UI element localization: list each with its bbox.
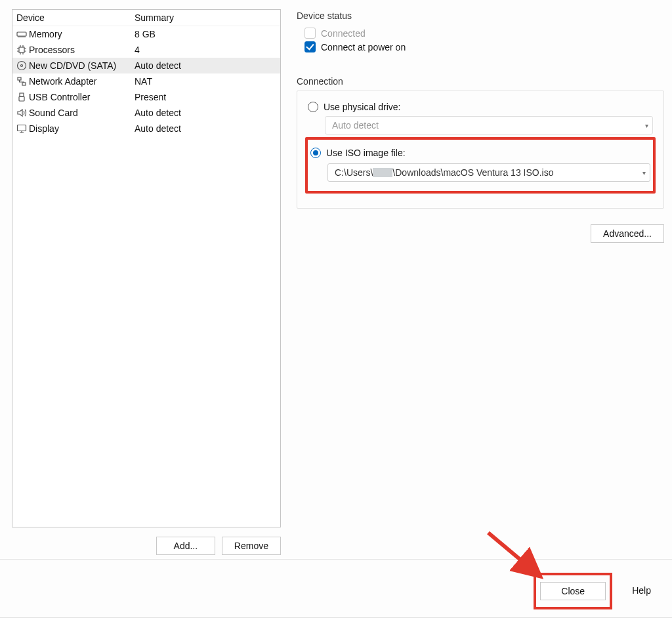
iso-path-value: C:\Users\\Downloads\macOS Ventura 13 ISO… xyxy=(335,167,553,178)
usb-icon xyxy=(16,92,27,102)
use-physical-radio-row[interactable]: Use physical drive: xyxy=(308,102,653,112)
device-label: USB Controller xyxy=(29,91,90,104)
advanced-button[interactable]: Advanced... xyxy=(591,224,664,243)
device-row-processors[interactable]: Processors 4 xyxy=(12,42,280,58)
device-label: New CD/DVD (SATA) xyxy=(29,59,116,72)
device-row-usb[interactable]: USB Controller Present xyxy=(12,89,280,105)
network-icon xyxy=(16,76,27,87)
device-status-title: Device status xyxy=(297,10,664,21)
device-label: Sound Card xyxy=(29,106,78,119)
connected-checkbox-row: Connected xyxy=(304,28,664,39)
svg-rect-6 xyxy=(20,93,24,96)
device-label: Network Adapter xyxy=(29,75,97,88)
chevron-down-icon: ▾ xyxy=(645,122,648,129)
physical-drive-value: Auto detect xyxy=(332,120,379,131)
svg-rect-8 xyxy=(18,125,26,131)
svg-rect-4 xyxy=(18,77,21,80)
cpu-icon xyxy=(16,45,27,55)
connection-title: Connection xyxy=(297,76,664,87)
disc-icon xyxy=(16,60,27,71)
use-physical-label: Use physical drive: xyxy=(324,102,401,112)
physical-drive-combo: Auto detect ▾ xyxy=(325,116,653,134)
device-summary: Auto detect xyxy=(135,106,276,119)
svg-rect-0 xyxy=(17,32,26,36)
svg-rect-7 xyxy=(19,96,24,101)
chevron-down-icon[interactable]: ▾ xyxy=(642,169,646,176)
header-device: Device xyxy=(16,11,135,24)
svg-rect-1 xyxy=(19,47,24,52)
close-button[interactable]: Close xyxy=(540,582,606,600)
svg-point-3 xyxy=(21,65,23,67)
device-label: Memory xyxy=(29,28,62,41)
add-button[interactable]: Add... xyxy=(156,537,215,555)
device-label: Processors xyxy=(29,43,75,56)
device-summary: Auto detect xyxy=(135,122,276,135)
svg-point-2 xyxy=(18,62,26,70)
device-row-display[interactable]: Display Auto detect xyxy=(12,121,280,136)
device-row-network[interactable]: Network Adapter NAT xyxy=(12,73,280,89)
redacted-username xyxy=(373,168,392,177)
use-physical-radio[interactable] xyxy=(308,102,318,112)
use-iso-radio[interactable] xyxy=(310,148,321,158)
use-iso-label: Use ISO image file: xyxy=(326,148,406,158)
memory-icon xyxy=(16,29,27,39)
connected-checkbox xyxy=(304,28,316,39)
connection-group: Use physical drive: Auto detect ▾ Use IS… xyxy=(297,91,664,209)
remove-button[interactable]: Remove xyxy=(222,537,281,555)
connect-poweron-checkbox-row[interactable]: Connect at power on xyxy=(304,41,664,52)
header-summary: Summary xyxy=(135,11,276,24)
connect-poweron-label: Connect at power on xyxy=(321,42,406,52)
device-summary: NAT xyxy=(135,75,276,88)
close-highlight-annotation: Close xyxy=(534,573,612,609)
iso-highlight-annotation: Use ISO image file: C:\Users\\Downloads\… xyxy=(305,137,656,194)
device-summary: 4 xyxy=(135,43,276,56)
device-summary: Present xyxy=(135,91,276,104)
connect-poweron-checkbox[interactable] xyxy=(304,41,316,52)
device-list-header: Device Summary xyxy=(12,10,280,26)
device-row-sound[interactable]: Sound Card Auto detect xyxy=(12,105,280,121)
display-icon xyxy=(16,123,27,134)
device-list[interactable]: Device Summary Memory 8 GB Processors xyxy=(12,9,281,527)
iso-path-combo[interactable]: C:\Users\\Downloads\macOS Ventura 13 ISO… xyxy=(327,163,650,182)
svg-rect-5 xyxy=(22,83,26,85)
device-row-memory[interactable]: Memory 8 GB xyxy=(12,26,280,42)
device-summary: Auto detect xyxy=(135,59,276,72)
sound-icon xyxy=(16,108,27,118)
device-summary: 8 GB xyxy=(135,28,276,41)
help-button[interactable]: Help xyxy=(620,582,663,599)
use-iso-radio-row[interactable]: Use ISO image file: xyxy=(310,148,650,158)
device-label: Display xyxy=(29,122,59,135)
device-row-cd-dvd[interactable]: New CD/DVD (SATA) Auto detect xyxy=(12,58,280,73)
connected-label: Connected xyxy=(321,28,366,39)
